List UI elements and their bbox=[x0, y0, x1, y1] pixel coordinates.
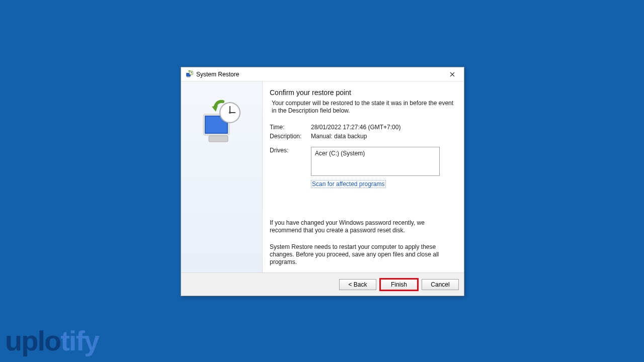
page-heading: Confirm your restore point bbox=[270, 88, 456, 97]
scan-affected-programs-link[interactable]: Scan for affected programs bbox=[311, 180, 386, 188]
system-restore-icon bbox=[185, 70, 193, 78]
drive-item: Acer (C:) (System) bbox=[315, 150, 365, 157]
content-panel: Confirm your restore point Your computer… bbox=[263, 81, 464, 273]
back-button[interactable]: < Back bbox=[339, 279, 376, 290]
window-title: System Restore bbox=[196, 71, 441, 78]
cancel-button[interactable]: Cancel bbox=[422, 279, 459, 290]
drives-col: Acer (C:) (System) Scan for affected pro… bbox=[311, 147, 440, 188]
restore-illustration-icon bbox=[197, 99, 247, 149]
finish-button[interactable]: Finish bbox=[380, 279, 418, 290]
side-panel bbox=[181, 81, 263, 273]
svg-rect-6 bbox=[209, 136, 228, 142]
time-row: Time: 28/01/2022 17:27:46 (GMT+7:00) bbox=[270, 124, 456, 131]
button-bar: < Back Finish Cancel bbox=[181, 273, 464, 296]
drives-list: Acer (C:) (System) bbox=[311, 147, 440, 176]
watermark-part1: uplo bbox=[5, 325, 60, 356]
dialog-body: Confirm your restore point Your computer… bbox=[181, 81, 464, 273]
description-value: Manual: data backup bbox=[311, 133, 456, 140]
system-restore-dialog: System Restore bbox=[181, 67, 464, 296]
description-label: Description: bbox=[270, 133, 311, 140]
drives-row: Drives: Acer (C:) (System) Scan for affe… bbox=[270, 147, 456, 188]
watermark-part2: tify bbox=[60, 325, 99, 356]
titlebar: System Restore bbox=[181, 67, 464, 81]
watermark: uplotify bbox=[5, 324, 99, 357]
drives-label: Drives: bbox=[270, 147, 311, 154]
time-value: 28/01/2022 17:27:46 (GMT+7:00) bbox=[311, 124, 456, 131]
close-icon bbox=[450, 72, 455, 77]
restart-note: System Restore needs to restart your com… bbox=[270, 243, 456, 266]
intro-text: Your computer will be restored to the st… bbox=[272, 100, 454, 115]
time-label: Time: bbox=[270, 124, 311, 131]
svg-marker-12 bbox=[212, 106, 218, 112]
svg-rect-1 bbox=[187, 76, 190, 77]
description-row: Description: Manual: data backup bbox=[270, 133, 456, 140]
password-note: If you have changed your Windows passwor… bbox=[270, 219, 456, 234]
close-button[interactable] bbox=[441, 67, 464, 81]
svg-point-11 bbox=[229, 112, 231, 114]
